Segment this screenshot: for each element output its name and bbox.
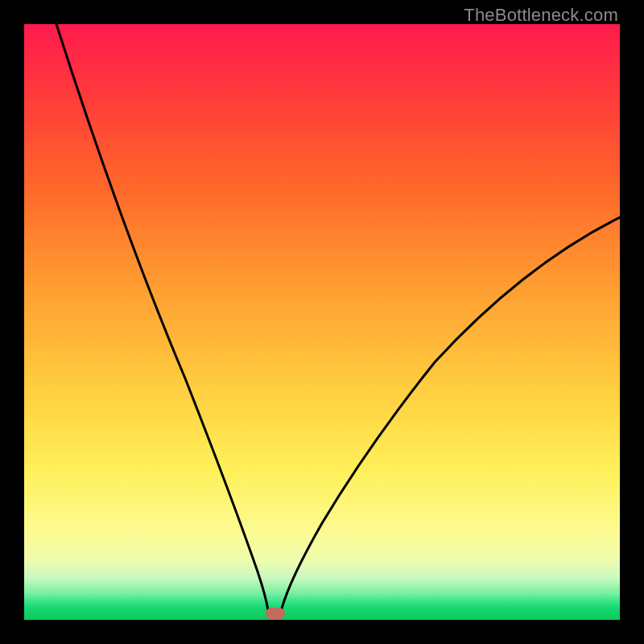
bottleneck-curve [24, 24, 620, 620]
chart-frame: TheBottleneck.com [0, 0, 644, 644]
optimal-marker [266, 608, 285, 619]
watermark-text: TheBottleneck.com [464, 5, 618, 26]
chart-plot-area [24, 24, 620, 620]
